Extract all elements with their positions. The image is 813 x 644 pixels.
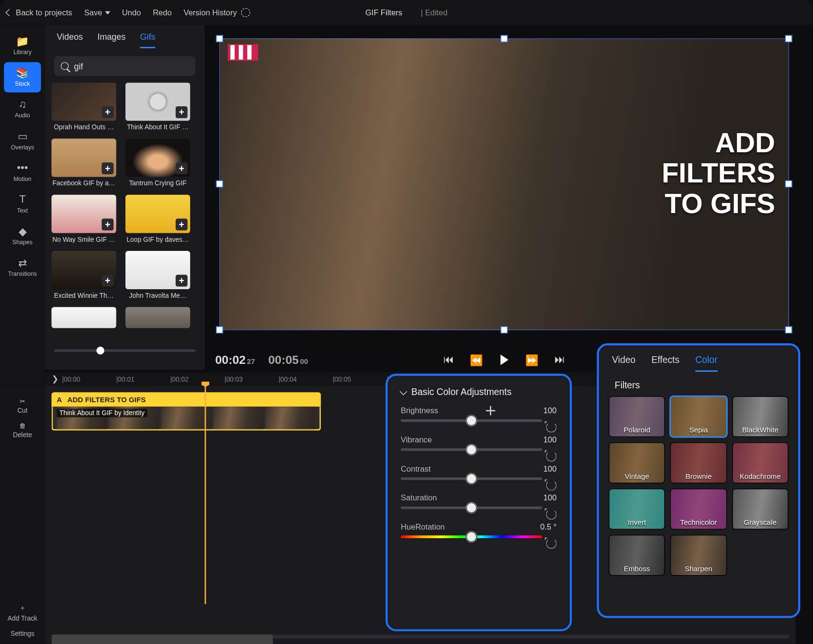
gif-thumbnail[interactable]: + (52, 82, 116, 121)
filter-emboss[interactable]: Emboss (610, 535, 665, 575)
preview-canvas[interactable]: ▌▌▌ ADD FILTERS TO GIFS (219, 38, 789, 330)
timeline-expand-button[interactable]: ❯ (52, 374, 58, 384)
gif-thumbnail[interactable]: + (52, 139, 116, 177)
title-track[interactable]: A ADD FILTERS TO GIFS (52, 392, 321, 407)
delete-tool[interactable]: 🗑Delete (13, 422, 32, 438)
save-menu[interactable]: Save (84, 8, 110, 17)
resize-handle[interactable] (501, 35, 507, 41)
filter-brownie[interactable]: Brownie (671, 443, 726, 483)
gif-thumbnail[interactable] (125, 307, 190, 328)
resize-handle[interactable] (786, 327, 791, 333)
slider-knob[interactable] (467, 503, 476, 512)
rail-transitions[interactable]: ⇄Transitions (4, 252, 41, 282)
reset-button[interactable] (546, 480, 556, 491)
video-clip[interactable]: Think About It GIF by Identity (52, 407, 321, 430)
gif-thumbnail[interactable]: + (52, 195, 116, 233)
slider-knob[interactable] (467, 445, 476, 454)
cut-tool[interactable]: ✂Cut (17, 397, 27, 414)
add-gif-button[interactable]: + (176, 218, 188, 230)
prev-clip-button[interactable]: ⏮ (443, 355, 454, 365)
brightness-slider[interactable] (401, 419, 542, 422)
rail-audio[interactable]: ♫Audio (4, 94, 41, 124)
gif-card[interactable]: +Loop GIF by daves… (125, 195, 190, 243)
gif-thumbnail[interactable]: + (125, 251, 190, 289)
gif-thumbnail[interactable]: + (125, 195, 190, 233)
back-to-projects[interactable]: Back to projects (7, 8, 72, 17)
playhead[interactable] (204, 385, 206, 604)
slider-knob[interactable] (467, 532, 476, 541)
add-gif-button[interactable]: + (176, 106, 188, 118)
scrollbar-thumb[interactable] (52, 634, 273, 644)
gif-card[interactable] (52, 307, 116, 328)
play-button[interactable] (499, 355, 509, 365)
filter-grayscale[interactable]: Grayscale (733, 489, 788, 529)
filter-technicolor[interactable]: Technicolor (671, 489, 726, 529)
forward-button[interactable]: ⏩ (527, 355, 537, 365)
add-track-button[interactable]: ＋Add Track (8, 603, 37, 622)
timeline-scrollbar[interactable] (52, 634, 789, 638)
filter-polaroid[interactable]: Polaroid (610, 397, 665, 437)
add-gif-button[interactable]: + (102, 218, 113, 230)
tab-effects[interactable]: Effects (651, 355, 679, 372)
reset-button[interactable] (546, 538, 556, 549)
slider-knob[interactable] (467, 474, 476, 483)
filter-kodachrome[interactable]: Kodachrome (733, 443, 788, 483)
rail-shapes[interactable]: ◆Shapes (4, 221, 41, 251)
search-input-wrap[interactable] (54, 56, 195, 76)
rail-text[interactable]: TText (4, 189, 41, 219)
saturation-slider[interactable] (401, 507, 542, 509)
gif-thumbnail[interactable] (52, 307, 116, 328)
slider-knob[interactable] (97, 347, 105, 355)
gif-card[interactable]: +Oprah Hand Outs … (52, 82, 116, 131)
next-clip-button[interactable]: ⏭ (554, 355, 565, 365)
filter-blackwhite[interactable]: BlackWhite (733, 397, 788, 437)
resize-handle[interactable] (501, 327, 507, 333)
resize-handle[interactable] (786, 35, 791, 41)
rail-library[interactable]: 📁Library (4, 30, 41, 60)
undo-button[interactable]: Undo (122, 8, 141, 17)
version-history-button[interactable]: Version History (184, 8, 250, 17)
tab-gifs[interactable]: Gifs (140, 32, 156, 48)
slider-knob[interactable] (467, 416, 476, 425)
add-gif-button[interactable]: + (102, 162, 113, 174)
gif-card[interactable]: +John Travolta Me… (125, 251, 190, 299)
preview-overlay-text[interactable]: ADD FILTERS TO GIFS (662, 128, 775, 219)
contrast-slider[interactable] (401, 477, 542, 480)
move-icon[interactable] (486, 406, 495, 415)
rail-stock[interactable]: 📚Stock (4, 62, 41, 92)
rail-motion[interactable]: •••Motion (4, 157, 41, 187)
filter-sharpen[interactable]: Sharpen (671, 535, 726, 575)
add-gif-button[interactable]: + (102, 275, 113, 287)
reset-button[interactable] (546, 451, 556, 462)
tab-videos[interactable]: Videos (57, 32, 83, 48)
gif-card[interactable]: +No Way Smile GIF … (52, 195, 116, 243)
resize-handle[interactable] (786, 181, 791, 187)
vibrance-slider[interactable] (401, 448, 542, 451)
gif-thumbnail[interactable]: + (125, 82, 190, 121)
gif-card[interactable]: +Think About It GIF … (125, 82, 190, 131)
tab-images[interactable]: Images (97, 32, 125, 48)
reset-button[interactable] (546, 422, 556, 432)
gif-card[interactable] (125, 307, 190, 328)
thumbnail-zoom-slider[interactable] (54, 349, 195, 352)
resize-handle[interactable] (216, 327, 222, 333)
resize-handle[interactable] (216, 35, 222, 41)
gif-thumbnail[interactable]: + (52, 251, 116, 289)
hue-slider[interactable] (401, 535, 542, 538)
rewind-button[interactable]: ⏪ (471, 355, 482, 365)
chevron-down-icon[interactable] (400, 388, 407, 395)
reset-button[interactable] (546, 509, 556, 520)
tab-video[interactable]: Video (612, 355, 635, 372)
redo-button[interactable]: Redo (153, 8, 172, 17)
gif-card[interactable]: +Tantrum Crying GIF (125, 139, 190, 187)
filter-sepia[interactable]: Sepia (671, 397, 726, 437)
add-gif-button[interactable]: + (176, 162, 188, 174)
filter-vintage[interactable]: Vintage (610, 443, 665, 483)
filter-invert[interactable]: Invert (610, 489, 665, 529)
search-input[interactable] (74, 61, 189, 71)
resize-handle[interactable] (216, 181, 222, 187)
gif-thumbnail[interactable]: + (125, 139, 190, 177)
add-gif-button[interactable]: + (176, 275, 188, 287)
gif-card[interactable]: +Facebook GIF by a… (52, 139, 116, 187)
settings-link[interactable]: Settings (11, 630, 34, 637)
